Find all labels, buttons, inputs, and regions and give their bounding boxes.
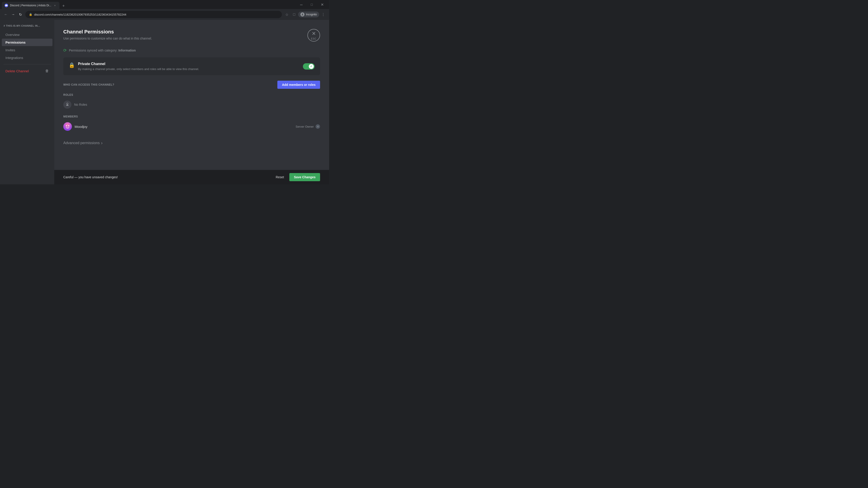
reset-button[interactable]: Reset bbox=[273, 173, 287, 181]
extensions-icon[interactable]: □ bbox=[291, 11, 297, 18]
sidebar-item-permissions[interactable]: Permissions bbox=[2, 39, 53, 46]
page-header: Channel Permissions Use permissions to c… bbox=[63, 29, 320, 41]
esc-label: ESC bbox=[311, 37, 316, 40]
member-item: Moodjoy Server Owner ✕ bbox=[63, 121, 320, 133]
settings-sidebar: # THIS-IS-MY-CHANNEL IN... Overview Perm… bbox=[0, 20, 54, 184]
menu-icon[interactable]: ⋮ bbox=[320, 11, 327, 18]
incognito-avatar-icon bbox=[301, 12, 305, 17]
access-label: WHO CAN ACCESS THIS CHANNEL? bbox=[63, 83, 114, 86]
sync-icon: ⟳ bbox=[63, 48, 67, 53]
access-section: WHO CAN ACCESS THIS CHANNEL? Add members… bbox=[63, 80, 320, 89]
roles-label: ROLES bbox=[63, 93, 320, 96]
svg-point-2 bbox=[66, 125, 67, 127]
minimize-button[interactable]: – bbox=[296, 1, 307, 8]
members-label: MEMBERS bbox=[63, 115, 320, 118]
channel-header: # THIS-IS-MY-CHANNEL IN... bbox=[0, 24, 54, 31]
maximize-button[interactable]: □ bbox=[307, 1, 317, 8]
svg-point-3 bbox=[68, 125, 69, 127]
bottom-bar: Careful — you have unsaved changes! Rese… bbox=[54, 170, 329, 184]
member-right: Server Owner ✕ bbox=[296, 124, 320, 129]
private-channel-title: Private Channel bbox=[78, 62, 199, 66]
save-changes-button[interactable]: Save Changes bbox=[289, 173, 320, 181]
no-roles-icon bbox=[63, 101, 71, 109]
advanced-permissions-label: Advanced permissions bbox=[63, 141, 100, 145]
toggle-thumb: ✓ bbox=[309, 64, 314, 69]
tab-favicon bbox=[4, 4, 8, 7]
trash-icon: 🗑 bbox=[45, 69, 49, 73]
member-remove-button[interactable]: ✕ bbox=[315, 124, 320, 129]
lock-icon: 🔒 bbox=[69, 62, 75, 68]
tab-close-icon[interactable]: × bbox=[53, 4, 57, 7]
member-name: Moodjoy bbox=[74, 125, 88, 129]
new-tab-button[interactable]: + bbox=[60, 3, 67, 9]
member-avatar bbox=[63, 122, 72, 131]
private-channel-toggle[interactable]: ✓ bbox=[303, 63, 315, 70]
private-channel-description: By making a channel private, only select… bbox=[78, 67, 199, 71]
tab-title: Discord | Permissions | Artists Di... bbox=[10, 4, 51, 7]
escape-button[interactable]: ✕ ESC bbox=[307, 29, 320, 41]
member-left: Moodjoy bbox=[63, 122, 88, 131]
sidebar-item-delete-channel[interactable]: Delete Channel 🗑 bbox=[2, 67, 53, 75]
page-title: Channel Permissions bbox=[63, 29, 152, 35]
members-section: MEMBERS bbox=[63, 115, 320, 133]
advanced-permissions-section[interactable]: Advanced permissions › bbox=[63, 137, 320, 164]
incognito-button[interactable]: Incognito bbox=[298, 11, 319, 18]
no-roles-item: No Roles bbox=[63, 99, 320, 110]
svg-point-1 bbox=[63, 122, 72, 131]
browser-tab[interactable]: Discord | Permissions | Artists Di... × bbox=[2, 2, 59, 9]
address-bar[interactable]: 🔒 discord.com/channels/11823620100679352… bbox=[25, 11, 282, 18]
sidebar-item-invites[interactable]: Invites bbox=[2, 46, 53, 54]
x-icon: ✕ bbox=[312, 31, 316, 37]
unsaved-warning: Careful — you have unsaved changes! bbox=[63, 175, 118, 179]
bottom-actions: Reset Save Changes bbox=[273, 173, 320, 181]
toggle-check-icon: ✓ bbox=[310, 65, 312, 68]
member-role-badge: Server Owner bbox=[296, 125, 314, 128]
nav-buttons: ← → ↻ bbox=[3, 11, 24, 18]
forward-button[interactable]: → bbox=[10, 11, 16, 18]
close-window-button[interactable]: ✕ bbox=[317, 1, 327, 8]
add-members-button[interactable]: Add members or roles bbox=[277, 80, 320, 89]
back-button[interactable]: ← bbox=[3, 11, 9, 18]
sidebar-item-integrations[interactable]: Integrations bbox=[2, 54, 53, 61]
toggle-track: ✓ bbox=[303, 63, 315, 70]
page-subtitle: Use permissions to customize who can do … bbox=[63, 37, 152, 40]
private-channel-card: 🔒 Private Channel By making a channel pr… bbox=[63, 57, 320, 75]
main-content-area: Channel Permissions Use permissions to c… bbox=[54, 20, 329, 184]
access-header: WHO CAN ACCESS THIS CHANNEL? Add members… bbox=[63, 80, 320, 89]
header-text: Channel Permissions Use permissions to c… bbox=[63, 29, 152, 40]
svg-point-0 bbox=[302, 13, 303, 14]
toolbar-actions: ☆ □ Incognito ⋮ bbox=[284, 11, 327, 18]
sync-banner: ⟳ Permissions synced with category: Info… bbox=[63, 45, 320, 56]
sync-text: Permissions synced with category: Inform… bbox=[69, 48, 136, 52]
private-channel-info: Private Channel By making a channel priv… bbox=[78, 62, 199, 71]
sidebar-item-overview[interactable]: Overview bbox=[2, 31, 53, 38]
chevron-right-icon: › bbox=[101, 140, 103, 145]
url-text: discord.com/channels/1182362010067935253… bbox=[34, 13, 126, 16]
bookmark-icon[interactable]: ☆ bbox=[284, 11, 290, 18]
roles-section: ROLES No Roles bbox=[63, 93, 320, 110]
reload-button[interactable]: ↻ bbox=[17, 11, 24, 18]
no-roles-text: No Roles bbox=[74, 103, 87, 106]
private-channel-left: 🔒 Private Channel By making a channel pr… bbox=[69, 62, 199, 71]
incognito-label: Incognito bbox=[306, 13, 317, 16]
lock-icon: 🔒 bbox=[29, 13, 32, 16]
